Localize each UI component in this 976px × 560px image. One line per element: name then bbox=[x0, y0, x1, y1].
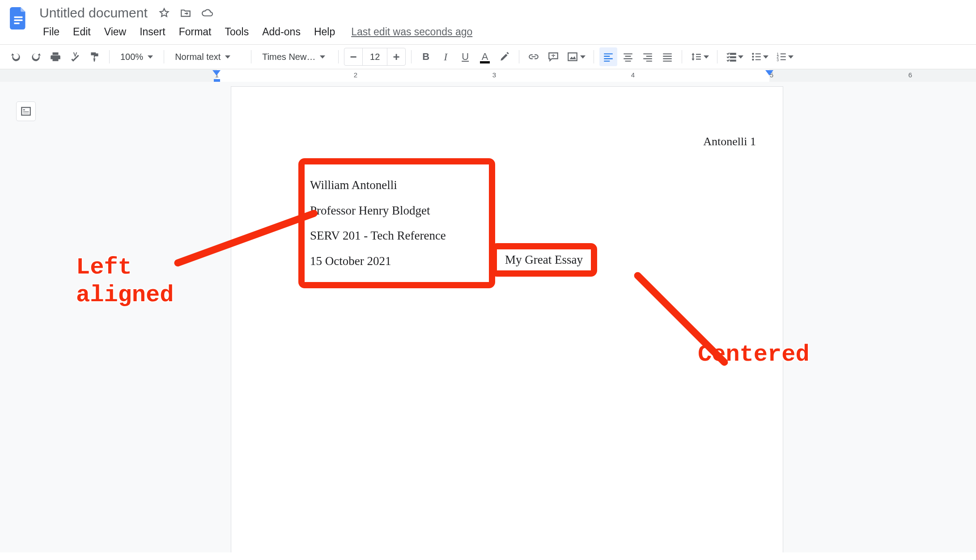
editor-area: Antonelli 1 William Antonelli Professor … bbox=[0, 82, 976, 552]
separator bbox=[411, 50, 412, 63]
annotation-box-centered: My Great Essay bbox=[491, 243, 597, 277]
zoom-value: 100% bbox=[120, 52, 143, 62]
paragraph-style-value: Normal text bbox=[175, 52, 221, 62]
align-right-button[interactable] bbox=[639, 47, 657, 66]
document-page[interactable]: Antonelli 1 William Antonelli Professor … bbox=[231, 86, 783, 552]
ruler-number: 6 bbox=[908, 71, 912, 79]
doc-line: William Antonelli bbox=[310, 173, 484, 198]
caret-icon bbox=[580, 55, 586, 59]
zoom-dropdown[interactable]: 100% bbox=[115, 47, 158, 66]
svg-rect-1 bbox=[14, 20, 23, 21]
font-size-input[interactable]: 12 bbox=[362, 48, 387, 66]
svg-text:+: + bbox=[552, 52, 555, 59]
menu-file[interactable]: File bbox=[38, 24, 65, 40]
annotation-text: Left bbox=[76, 254, 174, 282]
svg-rect-2 bbox=[14, 22, 20, 24]
separator bbox=[164, 50, 164, 63]
font-size-increase[interactable]: + bbox=[387, 48, 405, 66]
insert-comment-button[interactable]: + bbox=[544, 47, 562, 66]
paint-format-button[interactable] bbox=[86, 47, 104, 66]
menu-edit[interactable]: Edit bbox=[68, 24, 96, 40]
separator bbox=[717, 50, 717, 63]
page-header-text: Antonelli 1 bbox=[703, 135, 756, 148]
app-header: Untitled document File Edit View Insert … bbox=[0, 0, 976, 40]
svg-point-5 bbox=[752, 56, 754, 58]
menu-tools[interactable]: Tools bbox=[220, 24, 255, 40]
annotation-label-left: Left aligned bbox=[76, 254, 174, 310]
ruler-number: 4 bbox=[631, 71, 635, 79]
star-icon[interactable] bbox=[157, 6, 171, 20]
paragraph-style-dropdown[interactable]: Normal text bbox=[170, 47, 246, 66]
svg-point-4 bbox=[752, 53, 754, 55]
svg-rect-0 bbox=[14, 17, 23, 18]
highlight-button[interactable] bbox=[496, 47, 513, 66]
text-color-button[interactable]: A bbox=[476, 47, 494, 66]
spellcheck-button[interactable] bbox=[66, 47, 84, 66]
font-size-control: − 12 + bbox=[344, 48, 406, 66]
redo-button[interactable] bbox=[27, 47, 45, 66]
docs-logo[interactable] bbox=[5, 5, 31, 31]
insert-link-button[interactable] bbox=[525, 47, 543, 66]
caret-icon bbox=[320, 55, 325, 59]
separator bbox=[682, 50, 682, 63]
undo-button[interactable] bbox=[7, 47, 25, 66]
italic-button[interactable]: I bbox=[437, 47, 454, 66]
ruler[interactable]: 1 2 3 4 5 6 7 bbox=[0, 69, 976, 82]
right-indent-marker[interactable] bbox=[765, 70, 773, 76]
last-edit-link[interactable]: Last edit was seconds ago bbox=[351, 26, 472, 38]
align-left-button[interactable] bbox=[599, 47, 617, 66]
line-spacing-button[interactable] bbox=[687, 47, 712, 66]
ruler-number: 2 bbox=[354, 71, 357, 79]
caret-icon bbox=[704, 55, 709, 59]
numbered-list-button[interactable]: 123 bbox=[773, 47, 796, 66]
align-justify-button[interactable] bbox=[658, 47, 676, 66]
menu-view[interactable]: View bbox=[99, 24, 132, 40]
menu-bar: File Edit View Insert Format Tools Add-o… bbox=[38, 21, 971, 40]
menu-insert[interactable]: Insert bbox=[134, 24, 171, 40]
menu-addons[interactable]: Add-ons bbox=[257, 24, 306, 40]
separator bbox=[519, 50, 519, 63]
insert-image-button[interactable] bbox=[564, 47, 588, 66]
bold-button[interactable]: B bbox=[417, 47, 435, 66]
align-center-button[interactable] bbox=[619, 47, 637, 66]
annotation-text: aligned bbox=[76, 282, 174, 309]
separator bbox=[109, 50, 110, 63]
menu-help[interactable]: Help bbox=[309, 24, 340, 40]
svg-text:3: 3 bbox=[777, 58, 779, 62]
separator bbox=[338, 50, 339, 63]
ruler-number: 3 bbox=[492, 71, 496, 79]
doc-title-text: My Great Essay bbox=[505, 253, 583, 266]
first-line-indent-marker[interactable] bbox=[212, 70, 221, 76]
bulleted-list-button[interactable] bbox=[748, 47, 771, 66]
caret-icon bbox=[788, 55, 794, 59]
toolbar: 100% Normal text Times New… − 12 + B I U… bbox=[0, 44, 976, 69]
move-folder-icon[interactable] bbox=[179, 6, 192, 20]
doc-line: Professor Henry Blodget bbox=[310, 198, 484, 223]
caret-icon bbox=[763, 55, 768, 59]
doc-line: SERV 201 - Tech Reference bbox=[310, 223, 484, 248]
document-outline-button[interactable] bbox=[16, 101, 36, 121]
print-button[interactable] bbox=[47, 47, 64, 66]
separator bbox=[594, 50, 594, 63]
font-size-decrease[interactable]: − bbox=[344, 48, 362, 66]
doc-line: 15 October 2021 bbox=[310, 248, 484, 274]
caret-icon bbox=[738, 55, 743, 59]
cloud-status-icon[interactable] bbox=[200, 6, 214, 20]
font-dropdown[interactable]: Times New… bbox=[257, 47, 333, 66]
font-value: Times New… bbox=[262, 52, 315, 62]
svg-point-6 bbox=[752, 59, 754, 60]
separator bbox=[251, 50, 251, 63]
caret-icon bbox=[225, 55, 230, 59]
menu-format[interactable]: Format bbox=[174, 24, 217, 40]
annotation-box-left: William Antonelli Professor Henry Blodge… bbox=[298, 158, 495, 288]
document-title[interactable]: Untitled document bbox=[38, 4, 149, 21]
underline-button[interactable]: U bbox=[456, 47, 474, 66]
caret-icon bbox=[148, 55, 153, 59]
checklist-button[interactable] bbox=[723, 47, 746, 66]
